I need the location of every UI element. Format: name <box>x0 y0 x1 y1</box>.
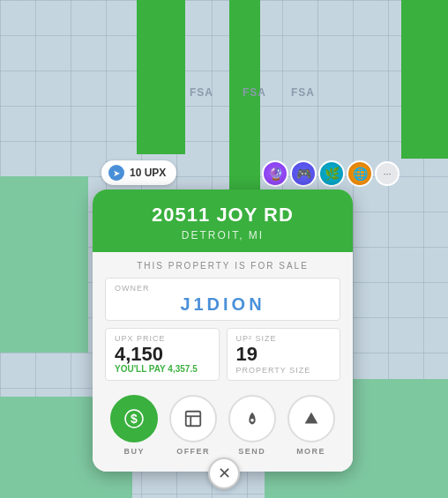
fsa-label-2: FSA <box>243 86 266 99</box>
more-label: MORE <box>296 447 325 456</box>
card-header: 20511 JOY RD DETROIT, MI <box>93 190 353 252</box>
offer-icon <box>169 395 217 442</box>
map-block-4 <box>401 0 448 159</box>
svg-point-5 <box>250 419 254 422</box>
close-button[interactable]: ✕ <box>208 457 240 489</box>
avatar-4[interactable]: 🌐 <box>347 160 373 187</box>
up2-size-box: UP² SIZE 19 PROPERTY SIZE <box>227 328 341 381</box>
send-button[interactable]: SEND <box>228 395 276 456</box>
more-button[interactable]: MORE <box>287 395 335 456</box>
buy-icon: $ <box>110 395 158 442</box>
avatar-3[interactable]: 🌿 <box>318 160 345 187</box>
upx-price-label: UPX PRICE <box>115 334 210 343</box>
more-avatars-button[interactable]: ··· <box>375 161 399 186</box>
action-buttons: $ BUY OFFER <box>105 391 340 463</box>
avatar-2[interactable]: 🎮 <box>290 160 317 187</box>
owner-section: OWNER J1DION <box>105 278 340 321</box>
property-card: 20511 JOY RD DETROIT, MI THIS PROPERTY I… <box>93 190 353 472</box>
upx-price-value: 4,150 <box>115 345 210 364</box>
upx-badge[interactable]: ➤ 10 UPX <box>101 160 176 185</box>
upx-arrow-icon: ➤ <box>108 165 124 181</box>
offer-label: OFFER <box>176 447 210 456</box>
svg-text:$: $ <box>131 412 138 426</box>
for-sale-label: THIS PROPERTY IS FOR SALE <box>105 261 340 271</box>
property-address: 20511 JOY RD <box>103 204 342 227</box>
up2-size-value: 19 <box>236 345 332 364</box>
buy-label: BUY <box>124 447 146 456</box>
upx-price-box: UPX PRICE 4,150 YOU'LL PAY 4,357.5 <box>105 328 220 381</box>
map-block-3 <box>0 176 88 353</box>
fsa-label-3: FSA <box>291 86 315 99</box>
owner-label: OWNER <box>115 284 331 293</box>
owner-name[interactable]: J1DION <box>115 294 331 315</box>
send-icon <box>228 395 276 442</box>
more-icon <box>287 395 335 442</box>
upx-amount: 10 UPX <box>130 167 166 179</box>
property-city: DETROIT, MI <box>103 229 342 242</box>
map-block-1 <box>137 0 185 154</box>
avatar-row: 🔮 🎮 🌿 🌐 ··· <box>262 160 399 187</box>
card-body: THIS PROPERTY IS FOR SALE OWNER J1DION U… <box>93 252 353 472</box>
svg-rect-2 <box>186 412 201 427</box>
fsa-label-1: FSA <box>190 86 213 99</box>
upx-price-note: YOU'LL PAY 4,357.5 <box>115 364 210 374</box>
property-size-label: PROPERTY SIZE <box>236 366 332 375</box>
send-label: SEND <box>238 447 265 456</box>
buy-button[interactable]: $ BUY <box>110 395 158 456</box>
offer-button[interactable]: OFFER <box>169 395 217 456</box>
stats-row: UPX PRICE 4,150 YOU'LL PAY 4,357.5 UP² S… <box>105 328 340 381</box>
avatar-1[interactable]: 🔮 <box>262 160 288 187</box>
up2-size-label: UP² SIZE <box>236 334 332 343</box>
